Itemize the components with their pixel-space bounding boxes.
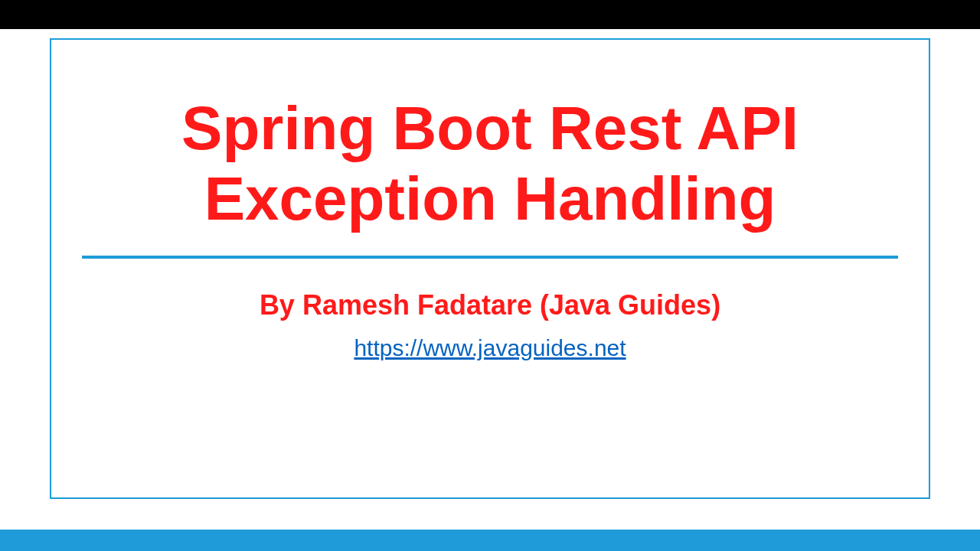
slide-title: Spring Boot Rest API Exception Handling — [82, 93, 898, 234]
author-text: By Ramesh Fadatare (Java Guides) — [260, 289, 720, 321]
website-link[interactable]: https://www.javaguides.net — [354, 335, 626, 361]
bottom-accent-bar — [0, 530, 980, 551]
slide-container: Spring Boot Rest API Exception Handling … — [0, 29, 980, 530]
title-divider — [82, 256, 898, 259]
top-letterbox-bar — [0, 0, 980, 29]
slide-frame: Spring Boot Rest API Exception Handling … — [50, 38, 930, 499]
